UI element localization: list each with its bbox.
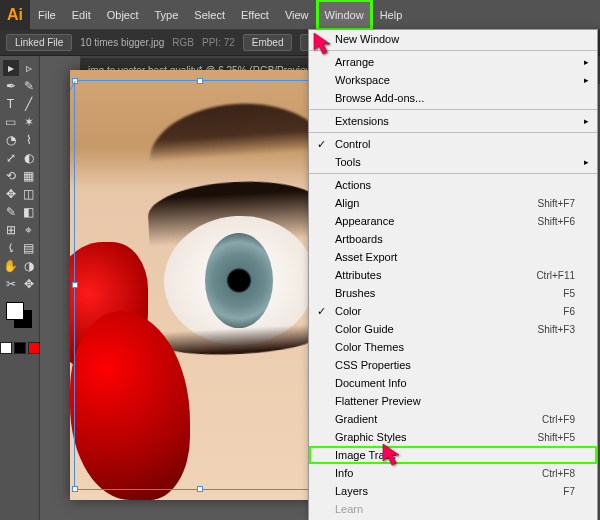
tool-icon[interactable]: ✎ (21, 78, 37, 94)
shortcut-label: Shift+F5 (537, 432, 575, 443)
tool-icon[interactable]: ✒ (3, 78, 19, 94)
tool-icon[interactable]: ⤹ (3, 240, 19, 256)
menu-item-label: Arrange (335, 56, 374, 68)
menu-item-label: Flattener Preview (335, 395, 421, 407)
tool-icon[interactable]: ╱ (21, 96, 37, 112)
menu-help[interactable]: Help (372, 0, 411, 30)
menubar: Ai FileEditObjectTypeSelectEffectViewWin… (0, 0, 600, 30)
menu-item-info[interactable]: InfoCtrl+F8 (309, 464, 597, 482)
menu-edit[interactable]: Edit (64, 0, 99, 30)
canvas[interactable] (70, 70, 330, 500)
menu-window[interactable]: Window (317, 0, 372, 30)
menu-item-label: Image Trace (335, 449, 396, 461)
tool-icon[interactable]: ▸ (3, 60, 19, 76)
handle-top[interactable] (197, 78, 203, 84)
menu-item-asset-export[interactable]: Asset Export (309, 248, 597, 266)
shortcut-label: Ctrl+F9 (542, 414, 575, 425)
menu-item-label: Brushes (335, 287, 375, 299)
menu-item-label: CSS Properties (335, 359, 411, 371)
handle-bottom[interactable] (197, 486, 203, 492)
tool-icon[interactable]: ⌇ (21, 132, 37, 148)
tool-icon[interactable]: T (3, 96, 19, 112)
menu-item-artboards[interactable]: Artboards (309, 230, 597, 248)
filename-label: 10 times bigger.jpg (80, 37, 164, 48)
tool-icon[interactable]: ▹ (21, 60, 37, 76)
selection-bounds[interactable] (74, 80, 326, 490)
menu-item-gradient[interactable]: GradientCtrl+F9 (309, 410, 597, 428)
menu-object[interactable]: Object (99, 0, 147, 30)
tool-icon[interactable]: ✂ (3, 276, 19, 292)
menu-item-label: Gradient (335, 413, 377, 425)
tool-icon[interactable]: ⌖ (21, 222, 37, 238)
menu-item-label: Actions (335, 179, 371, 191)
menu-item-label: Attributes (335, 269, 381, 281)
tool-icon[interactable]: ◐ (21, 150, 37, 166)
tool-icon[interactable]: ◧ (21, 204, 37, 220)
tool-icon[interactable]: ✋ (3, 258, 19, 274)
menu-item-flattener-preview[interactable]: Flattener Preview (309, 392, 597, 410)
menu-item-tools[interactable]: Tools (309, 153, 597, 171)
tool-icon[interactable]: ▦ (21, 168, 37, 184)
linked-file-label[interactable]: Linked File (6, 34, 72, 51)
mini-swatches (0, 342, 40, 354)
menu-separator (309, 132, 597, 133)
tool-icon[interactable]: ⊞ (3, 222, 19, 238)
color-mode-label: RGB (172, 37, 194, 48)
shortcut-label: F7 (563, 486, 575, 497)
menu-item-arrange[interactable]: Arrange (309, 53, 597, 71)
menu-item-extensions[interactable]: Extensions (309, 112, 597, 130)
menu-item-label: Info (335, 467, 353, 479)
fill-stroke-swatches[interactable] (6, 302, 34, 330)
menu-item-control[interactable]: ✓Control (309, 135, 597, 153)
menu-separator (309, 50, 597, 51)
menu-item-image-trace[interactable]: Image Trace (309, 446, 597, 464)
menu-item-color[interactable]: ✓ColorF6 (309, 302, 597, 320)
menu-item-color-themes[interactable]: Color Themes (309, 338, 597, 356)
menu-item-graphic-styles[interactable]: Graphic StylesShift+F5 (309, 428, 597, 446)
menu-item-new-window[interactable]: New Window (309, 30, 597, 48)
tool-icon[interactable]: ◑ (21, 258, 37, 274)
menu-file[interactable]: File (30, 0, 64, 30)
menu-item-browse-add-ons[interactable]: Browse Add-ons... (309, 89, 597, 107)
swatch[interactable] (14, 342, 26, 354)
menu-item-css-properties[interactable]: CSS Properties (309, 356, 597, 374)
swatch[interactable] (0, 342, 12, 354)
fill-swatch[interactable] (6, 302, 24, 320)
menu-item-attributes[interactable]: AttributesCtrl+F11 (309, 266, 597, 284)
tool-icon[interactable]: ✥ (3, 186, 19, 202)
menu-item-label: Control (335, 138, 370, 150)
menu-item-document-info[interactable]: Document Info (309, 374, 597, 392)
menu-item-actions[interactable]: Actions (309, 176, 597, 194)
check-icon: ✓ (317, 305, 326, 318)
shortcut-label: F6 (563, 306, 575, 317)
tool-icon[interactable]: ⟲ (3, 168, 19, 184)
check-icon: ✓ (317, 138, 326, 151)
shortcut-label: Ctrl+F11 (536, 270, 575, 281)
shortcut-label: Shift+F6 (537, 216, 575, 227)
menu-type[interactable]: Type (147, 0, 187, 30)
menu-separator (309, 109, 597, 110)
tool-icon[interactable]: ◔ (3, 132, 19, 148)
tool-icon[interactable]: ✶ (21, 114, 37, 130)
embed-button[interactable]: Embed (243, 34, 293, 51)
menu-item-label: Extensions (335, 115, 389, 127)
handle-left[interactable] (72, 282, 78, 288)
tool-icon[interactable]: ✎ (3, 204, 19, 220)
menu-item-workspace[interactable]: Workspace (309, 71, 597, 89)
menu-view[interactable]: View (277, 0, 317, 30)
handle-bottom-left[interactable] (72, 486, 78, 492)
menu-item-appearance[interactable]: AppearanceShift+F6 (309, 212, 597, 230)
tool-icon[interactable]: ▭ (3, 114, 19, 130)
swatch[interactable] (28, 342, 40, 354)
menu-item-align[interactable]: AlignShift+F7 (309, 194, 597, 212)
tool-icon[interactable]: ⤢ (3, 150, 19, 166)
menu-item-color-guide[interactable]: Color GuideShift+F3 (309, 320, 597, 338)
menu-item-label: Learn (335, 503, 363, 515)
tool-icon[interactable]: ✥ (21, 276, 37, 292)
tool-icon[interactable]: ◫ (21, 186, 37, 202)
tool-icon[interactable]: ▤ (21, 240, 37, 256)
menu-item-brushes[interactable]: BrushesF5 (309, 284, 597, 302)
menu-select[interactable]: Select (186, 0, 233, 30)
menu-item-layers[interactable]: LayersF7 (309, 482, 597, 500)
menu-effect[interactable]: Effect (233, 0, 277, 30)
